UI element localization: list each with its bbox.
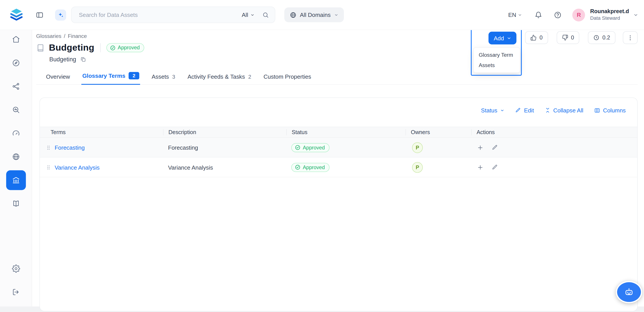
- sidebar-item-govern-glossary[interactable]: [6, 170, 26, 190]
- search-scope-dropdown[interactable]: All: [242, 12, 255, 18]
- tab-custom-properties[interactable]: Custom Properties: [263, 71, 312, 84]
- tab-assets[interactable]: Assets 3: [151, 71, 176, 84]
- columns-button[interactable]: Columns: [594, 107, 626, 113]
- tab-activity-label: Activity Feeds & Tasks: [188, 73, 245, 80]
- tab-assets-label: Assets: [152, 73, 169, 80]
- edit-term-button[interactable]: [492, 144, 498, 151]
- thumbs-down-icon: [562, 35, 568, 41]
- sidebar-item-home[interactable]: [6, 30, 26, 49]
- owner-avatar: P: [412, 142, 423, 153]
- page-title: Budgeting: [49, 42, 94, 53]
- annotation-highlight-box: Add Glossary Term Assets: [471, 29, 522, 76]
- page-header: Glossaries / Finance Budgeting Approved: [32, 30, 644, 85]
- term-link[interactable]: Variance Analysis: [55, 164, 100, 171]
- collapse-all-button[interactable]: Collapse All: [545, 107, 584, 113]
- menu-item-glossary-term[interactable]: Glossary Term: [474, 50, 520, 60]
- copy-icon: [80, 56, 86, 62]
- drag-handle-icon[interactable]: [46, 164, 51, 170]
- tab-overview[interactable]: Overview: [45, 71, 71, 84]
- add-button[interactable]: Add: [489, 32, 517, 45]
- compass-icon: [12, 59, 20, 67]
- version-button[interactable]: 0.2: [588, 31, 615, 44]
- menu-item-assets[interactable]: Assets: [474, 60, 520, 70]
- chevron-down-icon: [250, 13, 255, 17]
- plus-icon: [477, 144, 484, 151]
- glossary-terms-table: Terms Description Status Owners Actions: [40, 127, 637, 177]
- language-selector[interactable]: EN: [508, 12, 522, 18]
- glossary-book-icon: [36, 43, 45, 52]
- table-header-row: Terms Description Status Owners Actions: [40, 127, 637, 138]
- collapse-all-icon: [545, 107, 550, 113]
- sidebar-item-settings[interactable]: [6, 259, 26, 278]
- column-header-status: Status: [286, 129, 406, 135]
- sidebar-item-observability[interactable]: [6, 100, 26, 120]
- plus-icon: [477, 164, 484, 171]
- sidebar-item-lineage[interactable]: [6, 76, 26, 96]
- kebab-menu-icon: [627, 34, 634, 41]
- bank-icon: [12, 176, 20, 185]
- sidebar-item-logout[interactable]: [6, 282, 26, 302]
- chevron-down-icon: [518, 13, 522, 17]
- status-badge-label: Approved: [303, 145, 325, 150]
- copy-button[interactable]: [80, 56, 86, 62]
- user-name: Rounakpreet.d: [590, 8, 629, 15]
- top-navigation-bar: All All Domains EN: [0, 0, 644, 30]
- app-root: All All Domains EN: [0, 0, 644, 312]
- search-input[interactable]: [78, 11, 242, 19]
- version-clock-icon: [594, 35, 600, 41]
- add-child-term-button[interactable]: [477, 164, 484, 171]
- ai-assistant-button[interactable]: [55, 9, 66, 20]
- sidebar-item-knowledge[interactable]: [6, 194, 26, 213]
- help-button[interactable]: [553, 10, 562, 20]
- language-label: EN: [508, 12, 516, 18]
- graph-nodes-icon: [12, 82, 20, 91]
- global-search-bar: All: [71, 7, 275, 23]
- sidebar-bottom-section: [6, 259, 26, 306]
- status-filter-dropdown[interactable]: Status: [481, 107, 504, 113]
- chevron-down-icon: [334, 13, 338, 17]
- thumbs-up-icon: [530, 35, 536, 41]
- logo-layer-top: [11, 9, 22, 14]
- app-logo[interactable]: [9, 8, 24, 22]
- domains-filter-button[interactable]: All Domains: [284, 8, 344, 22]
- question-circle-icon: [554, 11, 562, 19]
- more-options-button[interactable]: [623, 31, 638, 44]
- user-menu[interactable]: R Rounakpreet.d Data Steward: [572, 8, 638, 22]
- tab-overview-label: Overview: [46, 73, 70, 80]
- add-child-term-button[interactable]: [477, 144, 484, 151]
- edit-term-button[interactable]: [492, 164, 498, 171]
- table-toolbar: Status Edit Collapse All: [481, 107, 626, 113]
- sidebar-toggle-button[interactable]: [35, 10, 44, 20]
- check-circle-icon: [110, 45, 115, 50]
- term-description: Forecasting: [163, 144, 286, 151]
- downvote-button[interactable]: 0: [556, 31, 579, 44]
- chat-assistant-button[interactable]: [616, 281, 642, 303]
- sidebar-item-insights[interactable]: [6, 123, 26, 143]
- insights-gauge-icon: [12, 129, 20, 138]
- gear-icon: [12, 264, 20, 273]
- drag-handle-icon[interactable]: [46, 145, 51, 150]
- notifications-button[interactable]: [534, 10, 543, 20]
- sparkles-icon: [58, 12, 64, 19]
- upvote-button[interactable]: 0: [525, 31, 548, 44]
- sidebar-item-explore[interactable]: [6, 53, 26, 73]
- tab-glossary-terms[interactable]: Glossary Terms 2: [82, 69, 140, 85]
- search-icon[interactable]: [262, 12, 269, 19]
- sidebar-item-domains[interactable]: [6, 147, 26, 167]
- status-badge: Approved: [291, 163, 329, 172]
- tab-activity-feeds[interactable]: Activity Feeds & Tasks 2: [187, 71, 252, 84]
- owner-avatar: P: [412, 162, 423, 173]
- check-circle-icon: [295, 165, 300, 170]
- main-content: Glossaries / Finance Budgeting Approved: [32, 30, 644, 306]
- columns-button-label: Columns: [603, 107, 626, 113]
- version-number: 0.2: [602, 35, 610, 41]
- chevron-down-icon: [506, 36, 512, 41]
- edit-button[interactable]: Edit: [515, 107, 534, 113]
- status-badge-label: Approved: [303, 164, 325, 170]
- breadcrumb-finance[interactable]: Finance: [68, 33, 87, 39]
- header-actions: Add Glossary Term Assets 0: [471, 29, 638, 76]
- breadcrumb-glossaries[interactable]: Glossaries: [36, 33, 61, 39]
- avatar: R: [572, 8, 585, 21]
- chevron-down-icon: [633, 12, 638, 17]
- term-link[interactable]: Forecasting: [55, 144, 85, 151]
